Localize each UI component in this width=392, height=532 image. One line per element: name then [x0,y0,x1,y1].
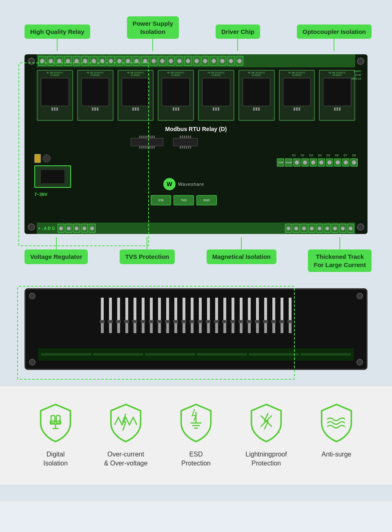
bottom-terminals [58,224,96,233]
ic-group [131,136,163,149]
pin-down-9 [166,323,169,333]
feature-lightningproof: Lightningproof Protection [235,403,297,468]
pin-up-6 [142,298,145,320]
relay-5-label: HL-S8L DC5V/S-C1A 30VDC [208,72,225,76]
brt-screw-1 [287,227,290,230]
rt-1 [293,158,301,167]
pin [154,146,155,149]
connector-line-4 [334,39,334,51]
rt-4 [318,158,325,167]
debug-header: SWIO GND SWCLK [351,70,361,80]
brt-screw-4 [310,227,314,230]
screw-11 [126,59,130,63]
rs485-conn-1: STA [151,195,171,205]
screw-13 [143,59,147,63]
term-15 [158,56,166,66]
screw-12 [134,59,139,63]
pin [334,107,336,111]
brt-screw-5 [318,227,321,230]
screw-6 [83,59,87,63]
relay-5: HL-S8L DC5V/S-C1A 30VDC [198,70,234,121]
screw-1 [40,59,45,63]
pin-up-7 [150,298,153,320]
pin [141,146,143,149]
pin-up-17 [232,298,234,320]
ph-6 [140,298,145,333]
relay-5-body [202,78,230,106]
middle-components: 7~36V W Waveshare STA [33,152,359,205]
brt-screw-9 [349,227,352,230]
ph-16 [222,298,227,333]
pin-up-19 [248,298,251,320]
pin-base-11 [181,320,186,323]
feature-anti-surge: Anti-surge [305,403,368,459]
term-18 [184,56,192,66]
di-1: D1 [290,154,298,157]
pin [135,107,136,111]
rt-com: COM [277,158,284,167]
rt-7 [342,158,350,167]
pin [175,107,177,111]
logo-text: Waveshare [178,182,204,187]
screw-19 [194,59,199,63]
pin [296,107,298,111]
relay-4-body [162,78,190,106]
pin-base-1 [100,320,105,323]
rs485-conn-2: TXD [174,195,194,205]
term-12 [133,56,140,66]
pin-down-16 [223,323,226,333]
rt-dgnd-label: DGND [286,161,292,164]
pin [336,107,338,111]
pin [143,146,145,149]
bottom-labels-row: Voltage Regulator TVS Protection Magneti… [16,237,376,272]
ph-5 [132,298,137,333]
pin-base-16 [222,320,227,323]
pin [215,107,217,111]
relay-modules-row: HL-S8L DC5V/S-C1A 30VDC HL-S8L DC5V/S-C1… [37,70,355,123]
corner-hole-bottom-bl [29,359,36,365]
pin-down-12 [191,323,194,333]
pin [94,107,96,111]
label-power-supply: Power Supply Isolation [127,16,179,51]
relay-4: HL-S8L DC5V/S-C1A 30VDC [158,70,194,121]
connector-up-2 [147,237,147,249]
ph-7 [149,298,154,333]
lightningproof-icon-container [246,403,287,443]
ph-1 [100,298,105,333]
pin-up-8 [158,298,161,320]
relay-2-pins [92,107,98,111]
di-3: D3 [307,154,315,157]
pin [182,146,183,149]
screw-20 [203,59,207,63]
pin-base-2 [108,320,113,323]
pin-down-23 [281,323,283,333]
connector-line-3 [237,39,238,51]
relay-6-pins [253,107,260,111]
term-17 [176,56,183,66]
pin [149,146,151,149]
pin [256,107,257,111]
label-driver-chip: Driver Chip [216,24,260,51]
brt-screw-2 [294,227,298,230]
connector-up-1 [56,237,57,249]
pcb-board: HL-S8L DC5V/S-C1A 30VDC HL-S8L DC5V/S-C1… [24,54,368,234]
pin [97,107,98,111]
pin [213,107,214,111]
pin-base-20 [255,320,260,323]
logo-display: W Waveshare [163,178,204,190]
screw-17 [177,59,182,63]
features-section: Digital Isolation Over-current & Over-vo… [0,386,392,485]
ph-11 [181,298,186,333]
over-current-icon-container [105,403,146,443]
trace-5 [249,353,299,356]
digital-isolation-icon [35,403,76,443]
pin-down-10 [174,323,177,333]
badge-voltage-regulator: Voltage Regulator [24,249,88,264]
lightningproof-label: Lightningproof Protection [245,450,287,468]
relay-6: HL-S8L DC5V/S-C1A 30VDC [238,70,275,121]
relay-1-label: HL-S8L DC5V/S-C1A 30VDC [47,72,64,76]
screw-14 [151,59,156,63]
pin-base-24 [287,320,292,323]
bt-4 [81,224,88,233]
corner-hole-bottom-tl [29,293,36,299]
